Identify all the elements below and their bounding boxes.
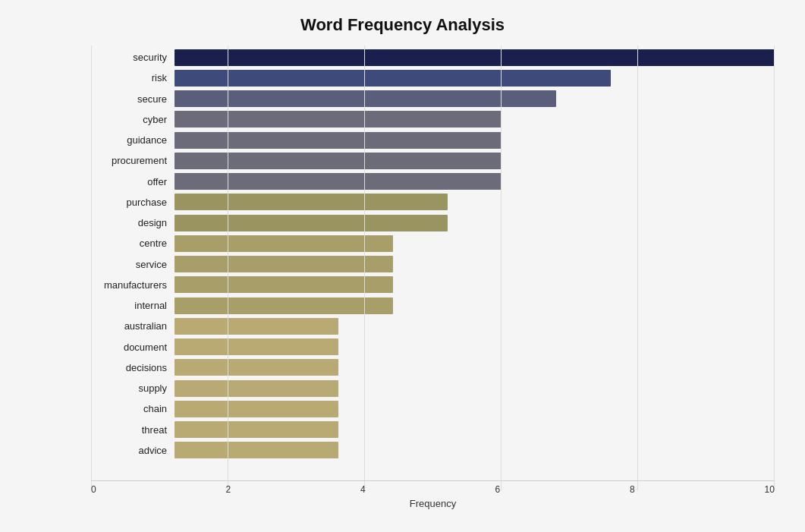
bar-label: centre xyxy=(91,238,175,249)
bar-track xyxy=(175,338,775,356)
bar-label: australian xyxy=(91,320,175,332)
bar-label: procurement xyxy=(91,155,175,166)
bar-track xyxy=(175,421,775,439)
bar-fill xyxy=(175,153,502,169)
x-tick-2: 2 xyxy=(226,484,231,495)
bar-track xyxy=(175,400,775,417)
bar-label: purchase xyxy=(91,197,175,208)
bar-fill xyxy=(175,276,393,293)
bar-fill xyxy=(175,338,338,355)
bar-fill xyxy=(175,318,338,335)
bar-row: internal xyxy=(91,297,775,314)
chart-title: Word Frequency Analysis xyxy=(30,15,775,35)
bar-row: chain xyxy=(91,400,775,417)
bar-row: centre xyxy=(91,235,775,252)
bar-fill xyxy=(175,49,775,66)
bar-label: supply xyxy=(91,382,175,394)
chart-container: Word Frequency Analysis securityrisksecu… xyxy=(0,0,805,532)
bar-track xyxy=(175,90,775,108)
bar-row: guidance xyxy=(91,131,775,149)
bar-label: threat xyxy=(91,424,175,436)
bar-track xyxy=(175,111,775,128)
bar-row: supply xyxy=(91,379,775,397)
bar-track xyxy=(175,256,775,273)
bar-fill xyxy=(175,111,502,127)
bar-fill xyxy=(175,194,448,210)
bar-fill xyxy=(175,421,338,438)
bar-track xyxy=(175,235,775,252)
bar-track xyxy=(175,442,775,459)
bar-row: decisions xyxy=(91,359,775,376)
bar-row: secure xyxy=(91,90,775,108)
bar-label: security xyxy=(91,52,175,63)
bar-row: risk xyxy=(91,69,775,87)
bar-fill xyxy=(175,70,611,87)
bar-row: design xyxy=(91,214,775,231)
bar-track xyxy=(175,49,775,66)
bar-fill xyxy=(175,173,502,190)
bar-label: service xyxy=(91,259,175,270)
bar-label: secure xyxy=(91,93,175,105)
bar-row: security xyxy=(91,49,775,66)
bar-row: advice xyxy=(91,442,775,459)
bar-fill xyxy=(175,380,338,397)
bar-track xyxy=(175,69,775,87)
bar-fill xyxy=(175,215,448,231)
bar-row: manufacturers xyxy=(91,276,775,294)
x-axis: 0 2 4 6 8 10 Frequency xyxy=(91,480,775,509)
bar-label: guidance xyxy=(91,134,175,146)
bar-fill xyxy=(175,256,393,272)
bar-label: chain xyxy=(91,403,175,414)
bar-row: cyber xyxy=(91,111,775,128)
bar-track xyxy=(175,379,775,397)
bar-label: cyber xyxy=(91,114,175,125)
bar-row: offer xyxy=(91,173,775,190)
bar-label: document xyxy=(91,342,175,353)
bar-fill xyxy=(175,442,338,458)
bar-fill xyxy=(175,90,556,107)
bar-track xyxy=(175,276,775,294)
bar-fill xyxy=(175,235,393,252)
x-tick-8: 8 xyxy=(630,484,635,495)
x-tick-10: 10 xyxy=(765,484,775,495)
bar-label: advice xyxy=(91,445,175,456)
bar-track xyxy=(175,359,775,376)
bar-label: decisions xyxy=(91,362,175,373)
bar-fill xyxy=(175,297,393,314)
bar-row: procurement xyxy=(91,152,775,169)
bar-fill xyxy=(175,401,338,417)
bar-fill xyxy=(175,359,338,376)
bar-row: threat xyxy=(91,421,775,439)
x-tick-0: 0 xyxy=(91,484,96,495)
bar-track xyxy=(175,297,775,314)
x-tick-6: 6 xyxy=(495,484,501,495)
bar-row: document xyxy=(91,338,775,356)
bar-track xyxy=(175,173,775,190)
bar-label: risk xyxy=(91,72,175,83)
chart-area: securityrisksecurecyberguidanceprocureme… xyxy=(91,49,775,459)
bar-label: internal xyxy=(91,300,175,311)
bar-track xyxy=(175,131,775,149)
bar-track xyxy=(175,317,775,335)
x-axis-title: Frequency xyxy=(91,498,775,509)
bar-label: manufacturers xyxy=(91,279,175,291)
bar-label: offer xyxy=(91,176,175,187)
bar-track xyxy=(175,152,775,169)
bar-fill xyxy=(175,132,502,149)
bar-track xyxy=(175,214,775,231)
x-axis-labels: 0 2 4 6 8 10 xyxy=(91,481,775,495)
bar-row: service xyxy=(91,256,775,273)
bar-track xyxy=(175,194,775,211)
x-tick-4: 4 xyxy=(360,484,366,495)
bar-label: design xyxy=(91,217,175,228)
bar-row: australian xyxy=(91,317,775,335)
bar-row: purchase xyxy=(91,194,775,211)
